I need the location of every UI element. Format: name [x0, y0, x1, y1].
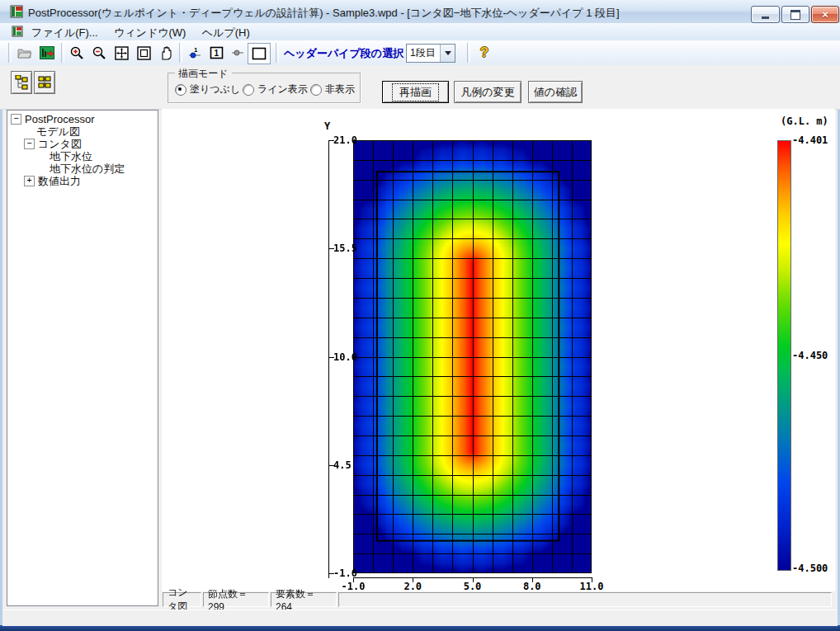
- contour-canvas[interactable]: [353, 140, 592, 573]
- toolbar-separator: [179, 43, 182, 63]
- fit-window-icon: [115, 46, 129, 60]
- radio-line-circle[interactable]: [243, 84, 254, 96]
- toolbar-grip: [8, 43, 12, 63]
- x-tick-label: 8.0: [517, 581, 547, 592]
- tree-minus-icon[interactable]: −: [11, 114, 21, 125]
- y-axis-title: Y: [324, 120, 330, 132]
- tree-node-model[interactable]: モデル図: [11, 125, 158, 138]
- header-pipe-combo[interactable]: 1段目: [406, 44, 455, 63]
- close-button[interactable]: ×: [811, 6, 839, 23]
- help-icon: ?: [480, 45, 488, 61]
- header-pipe-combo-value: 1段目: [407, 46, 440, 60]
- redraw-button-label: 再描画: [392, 83, 439, 101]
- status-empty-panel: [338, 592, 832, 607]
- bottom-status-bar: [2, 610, 838, 626]
- zoom-in-button[interactable]: [67, 43, 87, 63]
- tree-panel[interactable]: − PostProcessor モデル図 − コンタ図 地下水位 地下水位の判定…: [7, 110, 158, 606]
- element-plain-toggle[interactable]: [248, 43, 271, 64]
- tree-expand-button[interactable]: [11, 71, 32, 94]
- x-tick-label: 2.0: [398, 581, 427, 592]
- export-icon: [40, 46, 54, 59]
- zoom-window-button[interactable]: [134, 43, 153, 63]
- pan-hand-icon: [160, 46, 172, 60]
- tree-collapse-button[interactable]: [34, 71, 55, 94]
- open-folder-icon: [17, 47, 32, 59]
- window-title: PostProcessor(ウェルポイント・ディープウェルの設計計算) - Sa…: [28, 6, 620, 21]
- redraw-button[interactable]: 再描画: [382, 81, 449, 103]
- zoom-window-icon: [137, 46, 151, 60]
- x-tick-label: 11.0: [577, 581, 606, 592]
- y-tick-label: 15.5: [333, 243, 357, 254]
- radio-line-label: ライン表示: [257, 82, 308, 97]
- maximize-button[interactable]: [781, 6, 809, 23]
- colorbar-mid-label: -4.450: [792, 350, 828, 361]
- y-axis-line: [328, 140, 329, 578]
- status-node-count: 節点数＝299: [203, 592, 269, 607]
- node-plain-icon: [230, 46, 245, 59]
- y-tick-label: 10.0: [333, 351, 357, 363]
- pan-button[interactable]: [156, 43, 176, 63]
- y-tick-label: 21.0: [333, 134, 357, 146]
- element-number-toggle[interactable]: 1: [206, 43, 226, 63]
- header-pipe-select-label: ヘッダーパイプ段の選択: [284, 46, 403, 61]
- legend-change-label: 凡例の変更: [460, 85, 514, 100]
- chevron-down-icon: [445, 51, 451, 55]
- node-number-toggle[interactable]: 1: [185, 43, 205, 63]
- svg-text:1: 1: [214, 49, 219, 58]
- open-file-button[interactable]: [15, 43, 35, 63]
- mdi-document-icon[interactable]: [12, 26, 23, 37]
- title-bar: PostProcessor(ウェルポイント・ディープウェルの設計計算) - Sa…: [0, 0, 840, 24]
- zoom-out-icon: [92, 46, 106, 60]
- minimize-button[interactable]: [751, 6, 780, 23]
- tree-node-numeric-output[interactable]: + 数値出力: [11, 175, 158, 187]
- toolbar-separator: [467, 43, 470, 63]
- svg-text:1: 1: [194, 46, 198, 54]
- colorbar-min-label: -4.500: [792, 563, 828, 574]
- export-button[interactable]: [37, 43, 57, 63]
- radio-hide[interactable]: 非表示: [310, 82, 355, 97]
- node-number-icon: 1: [187, 46, 202, 59]
- tree-plus-icon[interactable]: +: [24, 176, 35, 186]
- colorbar-max-label: -4.401: [792, 134, 828, 146]
- x-tick-label: -1.0: [338, 581, 368, 592]
- panel-row: 描画モード 塗りつぶし ライン表示 非表示 再描画 凡例の変更 値の確認: [0, 65, 840, 110]
- node-plain-toggle[interactable]: [228, 43, 248, 63]
- radio-fill-label: 塗りつぶし: [190, 82, 240, 97]
- menu-bar: ファイル(F)... ウィンドウ(W) ヘルプ(H) ×: [0, 23, 840, 41]
- app-icon: [10, 5, 23, 18]
- tree-node-root[interactable]: − PostProcessor: [11, 113, 158, 125]
- tree-node-groundwater-judge[interactable]: 地下水位の判定: [11, 162, 158, 175]
- tree-collapse-icon: [38, 75, 51, 90]
- toolbar-separator: [61, 43, 64, 63]
- status-view: コンタ図: [163, 592, 201, 607]
- draw-mode-groupbox: 描画モード 塗りつぶし ライン表示 非表示: [168, 73, 361, 103]
- radio-hide-circle[interactable]: [310, 84, 322, 96]
- status-element-count: 要素数＝264: [271, 592, 337, 607]
- tree-minus-icon[interactable]: −: [24, 139, 35, 149]
- element-number-icon: 1: [210, 46, 224, 59]
- radio-hide-label: 非表示: [325, 82, 355, 97]
- y-tick-label: 4.5: [333, 459, 352, 471]
- element-plain-icon: [252, 47, 267, 60]
- main-toolbar: 1 1 ヘッダーパイプ段の選択 1段目 ?: [0, 40, 840, 66]
- legend-change-button[interactable]: 凡例の変更: [454, 81, 521, 103]
- radio-fill[interactable]: 塗りつぶし: [175, 82, 240, 97]
- zoom-out-button[interactable]: [89, 43, 109, 63]
- help-button[interactable]: ?: [474, 43, 494, 63]
- radio-fill-circle[interactable]: [175, 84, 186, 96]
- colorbar-unit-label: (G.L. m): [781, 115, 828, 127]
- tree-expand-icon: [15, 75, 28, 90]
- tree-node-label[interactable]: 数値出力: [38, 174, 81, 189]
- draw-mode-label: 描画モード: [175, 67, 232, 81]
- zoom-in-icon: [70, 46, 84, 60]
- fit-window-button[interactable]: [111, 43, 131, 63]
- value-confirm-label: 値の確認: [534, 85, 577, 100]
- value-confirm-button[interactable]: 値の確認: [528, 81, 583, 103]
- window-border-left: [0, 23, 2, 626]
- x-tick-label: 5.0: [458, 581, 488, 592]
- window-border-bottom: [0, 625, 840, 631]
- toolbar-separator: [276, 43, 279, 63]
- radio-line[interactable]: ライン表示: [243, 82, 308, 97]
- combo-dropdown-button[interactable]: [440, 45, 455, 62]
- colorbar: [777, 140, 791, 571]
